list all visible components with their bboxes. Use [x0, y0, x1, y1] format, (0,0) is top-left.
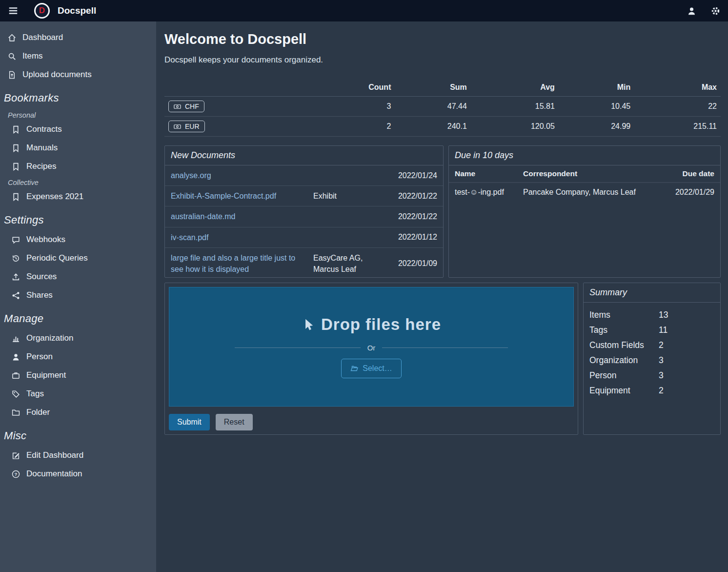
currency-badge: CHF — [168, 101, 204, 112]
due-panel-title: Due in 10 days — [449, 146, 720, 165]
summary-value: 11 — [659, 325, 667, 335]
sidebar-item-edit-dashboard[interactable]: Edit Dashboard — [0, 446, 156, 465]
document-link[interactable]: analyse.org — [171, 170, 313, 181]
sidebar-section-misc: Misc — [0, 422, 156, 446]
summary-value: 2 — [659, 340, 664, 350]
list-item: large file and also a large title just t… — [165, 248, 443, 279]
document-link[interactable]: iv-scan.pdf — [171, 232, 313, 243]
sidebar-item-periodic-queries[interactable]: Periodic Queries — [0, 249, 156, 267]
summary-label: Person — [589, 370, 659, 381]
select-files-button[interactable]: Select… — [341, 359, 401, 378]
document-info: Exhibit — [313, 190, 390, 202]
stats-header-count: Count — [311, 79, 395, 97]
file-dropzone[interactable]: Drop files here Or Select… — [169, 287, 574, 407]
summary-label: Tags — [589, 325, 659, 335]
table-row: CHF 3 47.44 15.81 10.45 22 — [164, 97, 721, 117]
upload-icon — [12, 273, 20, 281]
app-title: Docspell — [58, 5, 96, 16]
reset-button[interactable]: Reset — [216, 414, 253, 430]
share-icon — [12, 291, 20, 300]
sidebar-item-documentation[interactable]: ? Documentation — [0, 465, 156, 483]
sidebar-item-dashboard[interactable]: Dashboard — [0, 28, 156, 47]
chart-icon — [12, 334, 20, 343]
sidebar-item-expenses-2021[interactable]: Expenses 2021 — [0, 187, 156, 206]
list-item: Custom Fields 2 — [589, 338, 714, 353]
sidebar-item-label: Webhooks — [26, 235, 65, 245]
stat-sum: 47.44 — [395, 97, 470, 117]
list-item: Organization 3 — [589, 353, 714, 368]
list-item: Person 3 — [589, 368, 714, 383]
summary-label: Items — [589, 310, 659, 320]
sidebar-item-folder[interactable]: Folder — [0, 403, 156, 422]
document-date: 2022/01/22 — [390, 192, 437, 201]
table-row: test-☺-ing.pdf Pancake Company, Marcus L… — [449, 183, 720, 202]
sidebar-item-tags[interactable]: Tags — [0, 385, 156, 403]
stat-min: 24.99 — [559, 117, 634, 137]
stat-count: 3 — [311, 97, 395, 117]
bookmark-icon — [12, 163, 20, 171]
sidebar-item-label: Periodic Queries — [26, 253, 88, 263]
document-link[interactable]: large file and also a large title just t… — [171, 252, 313, 275]
document-date: 2022/01/24 — [390, 171, 437, 180]
list-item: Tags 11 — [589, 323, 714, 338]
stat-max: 215.11 — [634, 117, 721, 137]
money-bill-icon — [174, 103, 181, 110]
summary-value: 2 — [659, 386, 664, 396]
comment-icon — [12, 236, 20, 244]
file-upload-icon — [8, 71, 16, 79]
sidebar-item-manuals[interactable]: Manuals — [0, 139, 156, 157]
folder-open-icon — [350, 365, 358, 372]
sidebar-section-settings: Settings — [0, 206, 156, 230]
due-header-name: Name — [449, 165, 517, 183]
user-icon[interactable] — [687, 6, 696, 16]
sidebar-item-items[interactable]: Items — [0, 47, 156, 65]
sidebar-item-organization[interactable]: Organization — [0, 329, 156, 347]
currency-label: EUR — [185, 123, 200, 130]
sidebar-item-person[interactable]: Person — [0, 347, 156, 366]
document-info: EasyCare AG, Marcus Leaf — [313, 252, 390, 275]
document-link[interactable]: australian-date.md — [171, 211, 313, 222]
stat-avg: 120.05 — [471, 117, 559, 137]
stats-header-min: Min — [559, 79, 634, 97]
sidebar-item-contracts[interactable]: Contracts — [0, 120, 156, 139]
submit-button[interactable]: Submit — [169, 414, 210, 430]
stat-min: 10.45 — [559, 97, 634, 117]
sidebar-item-label: Manuals — [26, 143, 58, 153]
main-content: Welcome to Docspell Docspell keeps your … — [156, 21, 728, 572]
due-header-due-date: Due date — [667, 165, 720, 183]
sidebar-item-webhooks[interactable]: Webhooks — [0, 230, 156, 249]
sidebar-item-equipment[interactable]: Equipment — [0, 366, 156, 385]
summary-label: Organization — [589, 355, 659, 366]
search-icon — [8, 52, 16, 61]
mouse-pointer-icon — [302, 318, 314, 331]
stats-header-empty — [164, 79, 311, 97]
due-date: 2022/01/29 — [667, 183, 720, 202]
document-date: 2022/01/22 — [390, 212, 437, 221]
sidebar-item-recipes[interactable]: Recipes — [0, 157, 156, 176]
gears-icon[interactable] — [711, 6, 720, 16]
sidebar: Dashboard Items Upload documents Bookmar… — [0, 21, 156, 572]
bookmark-icon — [12, 193, 20, 201]
summary-value: 13 — [659, 310, 668, 320]
due-document-link[interactable]: test-☺-ing.pdf — [449, 183, 517, 202]
menu-toggle-icon[interactable] — [8, 5, 19, 16]
list-item: Equipment 2 — [589, 383, 714, 398]
sidebar-section-bookmarks: Bookmarks — [0, 84, 156, 108]
currency-label: CHF — [185, 102, 199, 110]
document-link[interactable]: Exhibit-A-Sample-Contract.pdf — [171, 190, 313, 202]
new-documents-panel: New Documents analyse.org 2022/01/24 Exh… — [164, 145, 444, 278]
currency-badge: EUR — [168, 121, 205, 132]
sidebar-item-sources[interactable]: Sources — [0, 267, 156, 286]
dropzone-title: Drop files here — [302, 315, 441, 334]
topbar-actions — [687, 6, 720, 16]
tags-icon — [12, 390, 20, 398]
sidebar-item-shares[interactable]: Shares — [0, 286, 156, 305]
stat-count: 2 — [311, 117, 395, 137]
app-logo-letter: D — [36, 4, 48, 17]
topbar: D Docspell — [0, 0, 728, 21]
stat-max: 22 — [634, 97, 721, 117]
question-circle-icon: ? — [12, 470, 20, 478]
sidebar-item-upload-documents[interactable]: Upload documents — [0, 65, 156, 84]
history-icon — [12, 254, 20, 263]
sidebar-item-label: Sources — [26, 272, 57, 282]
